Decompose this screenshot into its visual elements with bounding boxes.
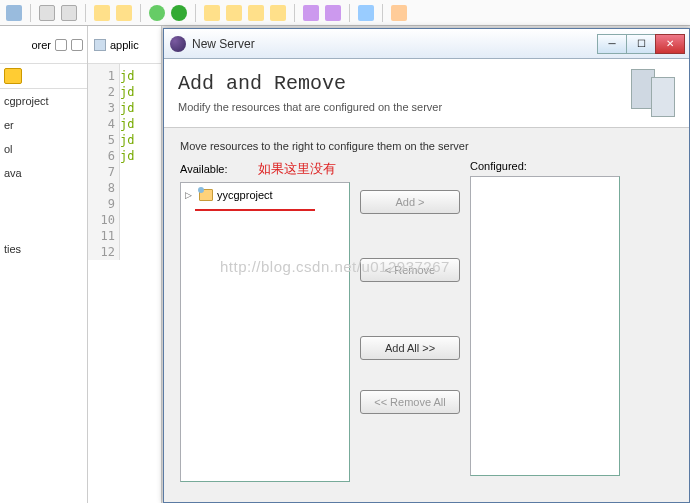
maximize-button[interactable]: ☐: [626, 34, 656, 54]
minimize-button[interactable]: ─: [597, 34, 627, 54]
configured-listbox[interactable]: [470, 176, 620, 476]
add-all-button[interactable]: Add All >>: [360, 336, 460, 360]
collapse-icon[interactable]: [26, 68, 40, 82]
dialog-header: Add and Remove Modify the resources that…: [164, 59, 689, 128]
project-explorer-panel: orer cgproject er ol ava ties: [0, 26, 88, 503]
editor-tab-label[interactable]: applic: [110, 39, 139, 51]
tool-icon[interactable]: [391, 5, 407, 21]
remove-all-button[interactable]: << Remove All: [360, 390, 460, 414]
project-name: yycgproject: [217, 189, 273, 201]
annotation-text: 如果这里没有: [258, 160, 336, 178]
file-icon: [94, 39, 106, 51]
maximize-icon[interactable]: [71, 39, 83, 51]
expand-icon[interactable]: ▷: [185, 190, 195, 200]
tool-icon[interactable]: [303, 5, 319, 21]
debug-icon[interactable]: [149, 5, 165, 21]
dialog-titlebar[interactable]: New Server ─ ☐ ✕: [164, 29, 689, 59]
run-icon[interactable]: [171, 5, 187, 21]
tool-icon[interactable]: [204, 5, 220, 21]
tree-item[interactable]: cgproject: [4, 95, 83, 107]
dialog-subheading: Modify the resources that are configured…: [178, 101, 621, 113]
line-gutter: 123456 789101112: [88, 64, 120, 260]
list-item[interactable]: ▷ yycgproject: [185, 187, 345, 203]
tree-item[interactable]: ties: [4, 243, 83, 255]
link-editor-icon[interactable]: [4, 68, 22, 84]
tool-icon[interactable]: [61, 5, 77, 21]
tool-icon[interactable]: [39, 5, 55, 21]
eclipse-icon: [170, 36, 186, 52]
tool-icon[interactable]: [6, 5, 22, 21]
dialog-heading: Add and Remove: [178, 72, 621, 95]
code-content[interactable]: jdjdjd jdjdjd: [120, 64, 134, 164]
tool-icon[interactable]: [116, 5, 132, 21]
available-label: Available:: [180, 163, 228, 175]
available-listbox[interactable]: ▷ yycgproject: [180, 182, 350, 482]
explorer-title: orer: [31, 39, 51, 51]
annotation-underline: [195, 209, 315, 211]
tree-item[interactable]: ol: [4, 143, 83, 155]
tree-item[interactable]: er: [4, 119, 83, 131]
instruction-text: Move resources to the right to configure…: [180, 140, 673, 152]
tool-icon[interactable]: [325, 5, 341, 21]
tree-item[interactable]: ava: [4, 167, 83, 179]
minimize-icon[interactable]: [55, 39, 67, 51]
tool-icon[interactable]: [270, 5, 286, 21]
tool-icon[interactable]: [226, 5, 242, 21]
remove-button[interactable]: < Remove: [360, 258, 460, 282]
editor-panel: applic 123456 789101112 jdjdjd jdjdjd: [88, 26, 162, 503]
new-server-dialog: New Server ─ ☐ ✕ Add and Remove Modify t…: [163, 28, 690, 503]
tool-icon[interactable]: [248, 5, 264, 21]
ide-toolbar: [0, 0, 690, 26]
tool-icon[interactable]: [94, 5, 110, 21]
configured-label: Configured:: [470, 160, 527, 172]
close-button[interactable]: ✕: [655, 34, 685, 54]
dialog-title: New Server: [192, 37, 598, 51]
add-button[interactable]: Add >: [360, 190, 460, 214]
project-icon: [199, 189, 213, 201]
tool-icon[interactable]: [358, 5, 374, 21]
server-icon: [621, 69, 675, 115]
